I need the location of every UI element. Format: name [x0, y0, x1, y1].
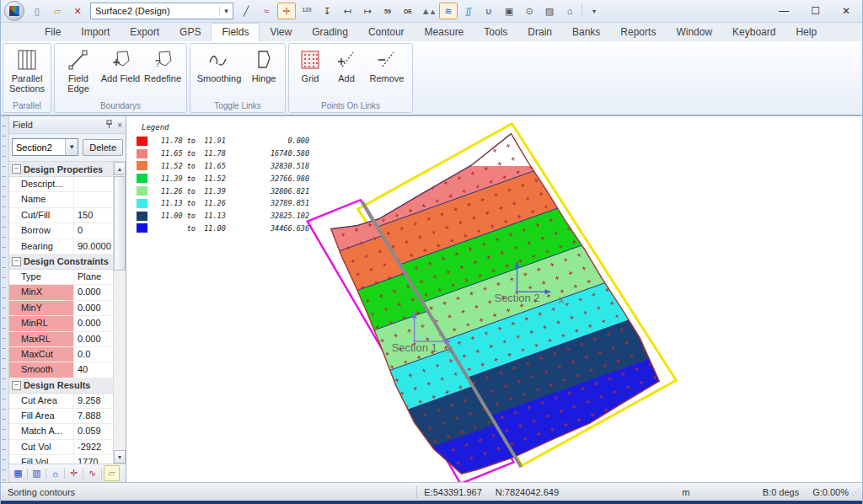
codes-de-icon[interactable]: DE [399, 3, 417, 19]
tab-measure[interactable]: Measure [415, 24, 474, 41]
close-button[interactable]: ✕ [842, 5, 850, 17]
colored-profile-icon[interactable]: ≈ [257, 3, 276, 19]
tab-drain[interactable]: Drain [517, 24, 562, 41]
chevron-down-icon[interactable]: ▾ [219, 7, 233, 15]
property-row[interactable]: Name [9, 192, 113, 207]
contours-icon[interactable]: ≋ [439, 3, 458, 19]
parallel-sections-button[interactable]: Parallel Sections [7, 46, 47, 94]
property-row[interactable]: MinY0.000 [9, 301, 113, 316]
level-left-icon[interactable]: ↤ [338, 3, 356, 19]
property-value[interactable]: 1770 [74, 455, 113, 464]
profile-curve-icon[interactable]: ∿ [85, 466, 99, 480]
property-value[interactable]: 7.888 [74, 409, 113, 423]
property-row[interactable]: MinRL0.000 [9, 316, 113, 331]
property-value[interactable] [74, 177, 113, 191]
field-edge-button[interactable]: Field Edge [58, 46, 99, 94]
property-row[interactable]: Cut Area9.258 [9, 394, 113, 409]
codes-59-icon[interactable]: 59 [378, 3, 397, 19]
scroll-up-icon[interactable]: ▲ [114, 162, 126, 175]
settings-sun-icon[interactable]: ☼ [48, 466, 62, 480]
maximize-button[interactable]: ☐ [811, 5, 820, 17]
property-value[interactable]: 0.000 [74, 332, 113, 346]
property-value[interactable]: 150 [74, 208, 113, 223]
property-grid-scrollbar[interactable]: ▲ ▼ [113, 162, 126, 464]
tab-tools[interactable]: Tools [474, 24, 517, 41]
tab-view[interactable]: View [260, 24, 302, 41]
property-value[interactable]: 90.0000 [74, 239, 113, 254]
resize-grip[interactable]: ⋰ [852, 488, 860, 496]
hinge-button[interactable]: Hinge [246, 46, 281, 83]
tab-file[interactable]: File [35, 24, 71, 41]
tab-keyboard[interactable]: Keyboard [722, 24, 785, 41]
property-row[interactable]: Fill Vol1770 [9, 455, 113, 464]
category-header[interactable]: −Design Constraints [9, 255, 113, 270]
points-icon[interactable]: ✛ [67, 466, 81, 480]
level-right-icon[interactable]: ↦ [358, 3, 377, 19]
collapse-icon[interactable]: − [12, 257, 21, 266]
new-file-icon[interactable]: ▯ [28, 3, 46, 19]
tab-window[interactable]: Window [666, 24, 722, 41]
tab-import[interactable]: Import [71, 24, 120, 41]
tab-gps[interactable]: GPS [169, 24, 211, 41]
section-select[interactable]: Section2 ▼ [12, 138, 78, 156]
property-value[interactable]: 0 [74, 223, 113, 238]
property-row[interactable]: Descript... [9, 177, 113, 192]
valley-icon[interactable]: ∪ [480, 3, 498, 19]
property-row[interactable]: Smooth40 [9, 362, 113, 378]
add-points-icon[interactable]: ✛ [277, 3, 296, 19]
property-value[interactable]: 9.258 [74, 394, 113, 408]
property-value[interactable]: Plane [74, 270, 113, 284]
property-value[interactable]: 40 [74, 362, 113, 377]
extents-icon[interactable]: ▣ [500, 3, 518, 19]
collapse-icon[interactable]: − [12, 164, 21, 174]
home-icon[interactable]: ⌂ [560, 3, 579, 19]
tab-banks[interactable]: Banks [562, 24, 610, 41]
property-row[interactable]: MaxCut0.0 [9, 347, 113, 362]
tab-grading[interactable]: Grading [302, 24, 358, 41]
scrollbar-thumb[interactable] [114, 176, 126, 271]
tab-fields[interactable]: Fields [211, 23, 260, 41]
tab-help[interactable]: Help [785, 24, 827, 41]
qat-overflow-icon[interactable]: ▾ [585, 3, 603, 19]
property-row[interactable]: Match A...0.059 [9, 424, 113, 439]
hatch-icon[interactable]: ▨ [540, 3, 559, 19]
property-row[interactable]: Cut Vol-2922 [9, 440, 113, 455]
minimize-button[interactable]: — [779, 5, 789, 17]
redefine-button[interactable]: ? Redefine [142, 46, 183, 83]
property-row[interactable]: Fill Area7.888 [9, 409, 113, 424]
flow-lines-icon[interactable]: ∬ [459, 3, 478, 19]
columns-view-icon[interactable]: ▥ [29, 466, 44, 480]
property-row[interactable]: Borrow0 [9, 223, 113, 239]
zoom-icon[interactable]: ⊙ [520, 3, 539, 19]
add-link-points-button[interactable]: Add [330, 46, 363, 83]
property-row[interactable]: Bearing90.0000 [9, 239, 113, 255]
tab-contour[interactable]: Contour [358, 24, 415, 41]
app-logo-icon[interactable] [4, 1, 24, 21]
open-folder-icon[interactable]: ▱ [48, 3, 67, 19]
property-value[interactable] [74, 192, 113, 206]
category-header[interactable]: −Design Properties [9, 162, 113, 177]
map-canvas[interactable]: Section 1 X Section 2 X Legend 11.78 to … [126, 116, 862, 482]
property-value[interactable]: 0.0 [74, 347, 113, 362]
chevron-down-icon[interactable]: ▼ [65, 139, 78, 155]
property-value[interactable]: 0.059 [74, 424, 113, 438]
property-value[interactable]: 0.000 [74, 301, 113, 315]
property-row[interactable]: MinX0.000 [9, 285, 113, 300]
close-doc-icon[interactable]: ✕ [68, 3, 87, 19]
triangulate-icon[interactable]: ▲▴ [419, 3, 437, 19]
property-value[interactable]: 0.000 [74, 285, 113, 299]
collapse-icon[interactable]: − [12, 381, 21, 390]
scroll-down-icon[interactable]: ▼ [114, 450, 126, 464]
smoothing-button[interactable]: Smoothing [194, 46, 244, 83]
delete-button[interactable]: Delete [83, 139, 123, 156]
grid-points-button[interactable]: Grid [292, 46, 328, 83]
document-selector[interactable]: Surface2 (Design) ▾ [90, 3, 233, 19]
close-panel-icon[interactable]: × [117, 121, 122, 130]
property-row[interactable]: MaxRL0.000 [9, 332, 113, 347]
property-value[interactable]: -2922 [74, 440, 113, 454]
pin-icon[interactable] [105, 120, 113, 131]
level-down-icon[interactable]: ↧ [318, 3, 336, 19]
grid-view-icon[interactable]: ▦ [11, 466, 25, 480]
point-numbers-icon[interactable]: ¹²³ [297, 3, 316, 19]
property-row[interactable]: TypePlane [9, 270, 113, 285]
